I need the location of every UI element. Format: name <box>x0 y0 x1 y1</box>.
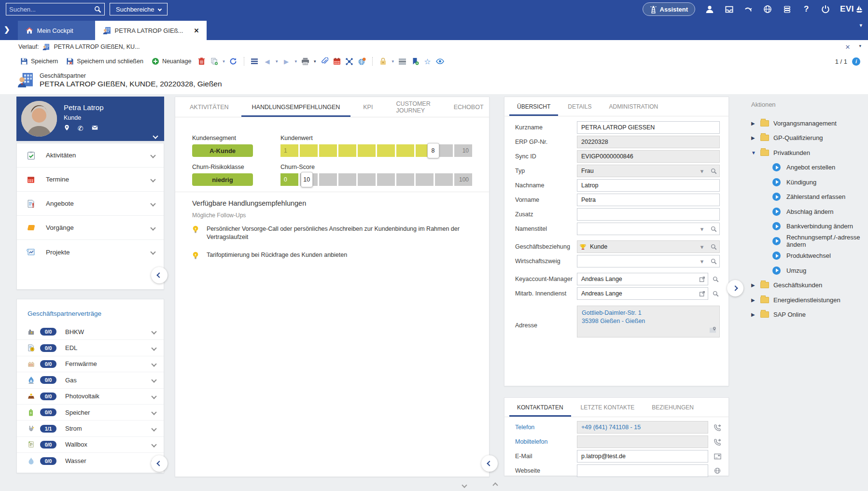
kurzname-input[interactable] <box>577 121 720 134</box>
search-input[interactable] <box>9 6 94 13</box>
innendienst-input[interactable] <box>577 287 708 300</box>
profile-expand-icon[interactable] <box>153 133 158 139</box>
action-abschlag-aendern[interactable]: Abschlag ändern <box>751 204 868 219</box>
help-icon[interactable]: ? <box>801 4 811 14</box>
map-icon[interactable] <box>709 326 716 335</box>
action-zaehlerstand-erfassen[interactable]: Zählerstand erfassen <box>751 190 868 205</box>
info-icon[interactable]: i <box>852 57 860 66</box>
contract-row-strom[interactable]: 1/1 Strom <box>17 421 164 436</box>
calendar-icon[interactable] <box>333 57 341 66</box>
mail-icon[interactable] <box>91 125 98 132</box>
webseite-input[interactable] <box>577 464 708 477</box>
chevron-down-icon[interactable] <box>151 442 156 447</box>
inbox-icon[interactable] <box>724 4 734 14</box>
nachname-input[interactable] <box>577 179 720 192</box>
folder-geschaeftskunden[interactable]: ▶ Geschäftskunden <box>751 278 868 293</box>
redo-icon[interactable] <box>743 4 753 14</box>
attachment-icon[interactable] <box>320 57 328 66</box>
followup-item[interactable]: Persönlicher Vorsorge-Call oder persönli… <box>192 225 470 241</box>
followup-item[interactable]: Tarifoptimierung bei Rückfrage des Kunde… <box>192 251 470 260</box>
churn-score-handle[interactable]: 10 <box>301 172 313 187</box>
copy-caret-icon[interactable]: ▾ <box>223 59 225 64</box>
tab-aktivitaeten[interactable]: AKTIVITÄTEN <box>179 97 239 117</box>
verlauf-clear-icon[interactable]: ✕ <box>845 43 851 51</box>
chevron-down-icon[interactable]: ▾ <box>697 165 707 177</box>
back-icon[interactable]: ◀ <box>263 57 271 66</box>
address-city-link[interactable]: 35398 Gießen - Gießen <box>582 317 715 325</box>
tab-handlungsempfehlungen[interactable]: HANDLUNGSEMPFEHLUNGEN <box>241 97 351 117</box>
delete-icon[interactable] <box>197 57 206 66</box>
tab-administration[interactable]: ADMINISTRATION <box>601 97 666 116</box>
kundenwert-slider[interactable]: 1 10 8 <box>280 144 472 157</box>
folder-gp-qualifizierung[interactable]: ▶ GP-Qualifizierung <box>751 131 868 146</box>
globe-link-icon[interactable] <box>763 4 772 14</box>
email-input[interactable] <box>577 450 708 463</box>
contract-row-fernwaerme[interactable]: 0/0 Fernwärme <box>17 356 164 372</box>
lookup-icon[interactable] <box>710 287 721 300</box>
chevron-down-icon[interactable]: ▾ <box>697 255 707 267</box>
chevron-down-icon[interactable] <box>150 177 155 182</box>
location-icon[interactable] <box>64 125 70 132</box>
menu-icon[interactable] <box>251 57 259 66</box>
globe-pin-icon[interactable] <box>358 57 366 66</box>
print-caret-icon[interactable]: ▾ <box>314 59 316 64</box>
keyaccount-manager-input[interactable] <box>577 273 708 285</box>
tab-echobot[interactable]: ECHOBOT <box>443 97 494 117</box>
folder-energiedienstleistungen[interactable]: ▶ Energiedienstleistungen <box>751 293 868 308</box>
action-bankverbindung-aendern[interactable]: Bankverbindung ändern <box>751 219 868 234</box>
copy-icon[interactable] <box>210 57 218 66</box>
collapse-center-panel-button[interactable] <box>481 455 498 472</box>
tab-details[interactable]: DETAILS <box>560 97 599 116</box>
forward-caret-icon[interactable]: ▾ <box>294 59 297 64</box>
profile-card[interactable]: Petra Latrop Kunde ✆ <box>16 97 164 141</box>
search-icon[interactable] <box>94 4 101 14</box>
collapse-left-panel-button[interactable] <box>151 267 168 283</box>
tab-mein-cockpit[interactable]: Mein Cockpit <box>18 21 95 40</box>
mobiltelefon-label[interactable]: Mobiltelefon <box>515 438 577 445</box>
lookup-icon[interactable] <box>710 273 721 285</box>
zusatz-input[interactable] <box>577 208 720 221</box>
contract-row-speicher[interactable]: 0/0 Speicher <box>17 405 164 421</box>
chevron-down-icon[interactable]: ▾ <box>697 240 707 253</box>
contract-row-photovoltaik[interactable]: 0/0 Photovoltaik <box>17 389 164 405</box>
kundenwert-handle[interactable]: 8 <box>427 143 439 158</box>
chevron-down-icon[interactable] <box>151 361 156 366</box>
expand-caret-icon[interactable]: ▶ <box>751 297 756 303</box>
tab-uebersicht[interactable]: ÜBERSICHT <box>509 97 558 116</box>
expand-caret-icon[interactable]: ▶ <box>751 135 756 140</box>
chevron-down-icon[interactable] <box>151 409 156 415</box>
expand-caret-icon[interactable]: ▶ <box>751 282 756 288</box>
erp-gp-nr-input[interactable] <box>577 136 720 148</box>
nav-item-angebote[interactable]: Angebote <box>17 192 164 216</box>
suchbereiche-button[interactable]: Suchbereiche <box>110 3 168 15</box>
contract-row-wasser[interactable]: 0/0 Wasser <box>17 453 164 469</box>
expand-caret-icon[interactable]: ▶ <box>751 121 756 126</box>
tabs-overflow-icon[interactable]: ❯ <box>4 25 10 34</box>
tab-beziehungen[interactable]: BEZIEHUNGEN <box>644 398 701 417</box>
action-rechnungsempf-aendern[interactable]: Rechnungsempf./-adresse ändern <box>751 234 868 249</box>
bookmark-add-icon[interactable] <box>411 57 419 66</box>
action-produktwechsel[interactable]: Produktwechsel <box>751 249 868 264</box>
lookup-icon[interactable] <box>708 165 719 177</box>
chevron-down-icon[interactable] <box>150 225 155 230</box>
tab-letzte-kontakte[interactable]: LETZTE KONTAKTE <box>573 398 643 417</box>
close-tab-icon[interactable]: ✕ <box>194 27 199 34</box>
scroll-up-icon[interactable] <box>492 482 498 488</box>
watch-eye-icon[interactable] <box>436 57 444 66</box>
chevron-down-icon[interactable] <box>150 201 155 206</box>
lookup-icon[interactable] <box>708 223 719 235</box>
verlauf-entry[interactable]: PETRA LATROP GIEßEN, KU... <box>54 43 140 50</box>
global-search[interactable] <box>6 3 105 15</box>
share-network-icon[interactable] <box>345 57 353 66</box>
tabrow-caret-icon[interactable]: ▾ <box>859 22 862 28</box>
collapse-contracts-button[interactable] <box>151 455 168 472</box>
folder-sap-online[interactable]: ▶ SAP Online <box>751 308 868 323</box>
contract-row-gas[interactable]: 0/0 Gas <box>17 372 164 388</box>
expand-caret-icon[interactable]: ▶ <box>751 312 756 317</box>
chevron-down-icon[interactable] <box>150 153 155 158</box>
chevron-down-icon[interactable] <box>150 249 155 254</box>
nav-item-vorgaenge[interactable]: Vorgänge <box>17 216 164 240</box>
lock-icon[interactable] <box>379 57 387 66</box>
telefon-label[interactable]: Telefon <box>515 424 577 431</box>
vorname-input[interactable] <box>577 194 720 206</box>
